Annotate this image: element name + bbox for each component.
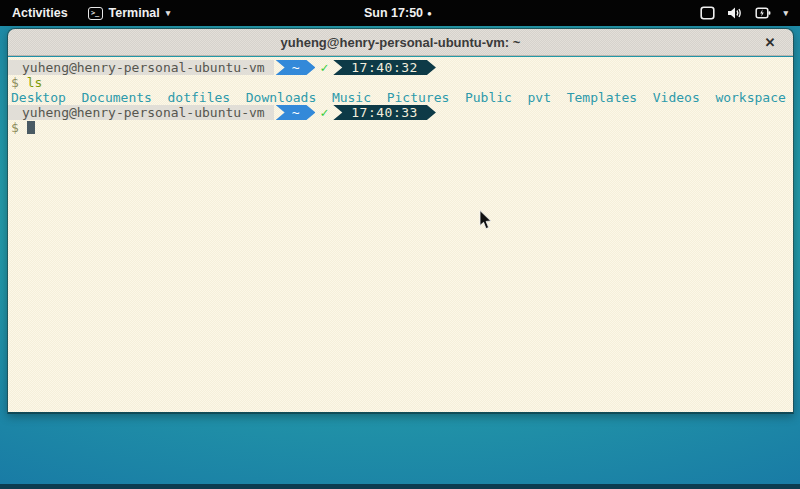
prompt-time-segment: 17:40:32 <box>333 60 436 75</box>
battery-charging-icon <box>755 6 771 20</box>
directory-entry: workspace <box>715 90 785 105</box>
system-status-area[interactable]: ▾ <box>700 0 794 26</box>
prompt-userhost: yuheng@henry-personal-ubuntu-vm <box>8 60 274 75</box>
typed-command: ls <box>27 75 43 90</box>
directory-entry: Templates <box>567 90 637 105</box>
close-icon[interactable]: ✕ <box>761 33 779 51</box>
terminal-content[interactable]: yuheng@henry-personal-ubuntu-vm ~ ✓ 17:4… <box>8 57 793 412</box>
prompt-symbol: $ <box>11 120 19 135</box>
directory-entry: Downloads <box>246 90 316 105</box>
check-icon: ✓ <box>320 60 328 75</box>
prompt-cwd-segment: ~ <box>276 60 316 75</box>
directory-entry: Documents <box>81 90 151 105</box>
directory-entry: Music <box>332 90 371 105</box>
ls-output: Desktop Documents dotfiles Downloads Mus… <box>8 90 793 105</box>
chevron-down-icon: ▾ <box>166 8 171 18</box>
directory-entry: pvt <box>528 90 551 105</box>
notification-dot-icon: ● <box>427 9 432 18</box>
prompt-symbol: $ <box>11 75 19 90</box>
terminal-icon: >_ <box>88 7 103 20</box>
prompt-line-2: yuheng@henry-personal-ubuntu-vm ~ ✓ 17:4… <box>8 105 793 120</box>
terminal-window: yuheng@henry-personal-ubuntu-vm: ~ ✕ yuh… <box>7 28 794 414</box>
current-command-line[interactable]: $ <box>8 120 793 135</box>
prompt-cwd-segment: ~ <box>276 105 316 120</box>
command-line: $ ls <box>8 75 793 90</box>
volume-icon <box>727 6 743 20</box>
chevron-down-icon: ▾ <box>783 8 788 18</box>
directory-entry: Videos <box>653 90 700 105</box>
activities-button[interactable]: Activities <box>0 0 80 26</box>
top-bar: Activities >_ Terminal ▾ Sun 17:50 ● <box>0 0 800 26</box>
clock-label: Sun 17:50 <box>364 6 423 20</box>
mouse-pointer-icon <box>479 210 492 230</box>
prompt-userhost: yuheng@henry-personal-ubuntu-vm <box>8 105 274 120</box>
text-cursor <box>27 121 35 134</box>
prompt-time-segment: 17:40:33 <box>333 105 436 120</box>
screen-icon <box>700 6 715 20</box>
prompt-line-1: yuheng@henry-personal-ubuntu-vm ~ ✓ 17:4… <box>8 60 793 75</box>
directory-entry: Desktop <box>11 90 66 105</box>
directory-entry: Pictures <box>387 90 450 105</box>
app-menu-label: Terminal <box>109 6 160 20</box>
directory-entry: dotfiles <box>168 90 231 105</box>
window-titlebar[interactable]: yuheng@henry-personal-ubuntu-vm: ~ ✕ <box>8 29 793 56</box>
clock-button[interactable]: Sun 17:50 ● <box>364 0 432 26</box>
check-icon: ✓ <box>320 105 328 120</box>
app-menu-terminal[interactable]: >_ Terminal ▾ <box>80 0 179 26</box>
directory-entry: Public <box>465 90 512 105</box>
window-title: yuheng@henry-personal-ubuntu-vm: ~ <box>281 35 521 50</box>
desktop-bottom-edge <box>0 484 800 489</box>
